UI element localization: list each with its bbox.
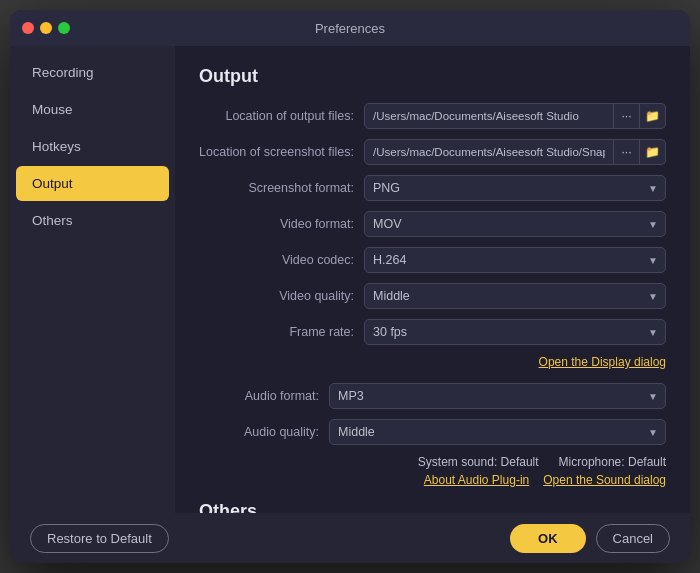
screenshot-location-folder-btn[interactable]: 📁 [640,139,666,165]
about-audio-plugin-link[interactable]: About Audio Plug-in [424,473,529,487]
frame-rate-select-wrap: 30 fps60 fps24 fps15 fps ▼ [364,319,666,345]
open-display-link-row: Open the Display dialog [199,355,666,369]
window-title: Preferences [315,21,385,36]
cancel-button[interactable]: Cancel [596,524,670,553]
video-quality-select[interactable]: HighMiddleLow [364,283,666,309]
screenshot-location-dots-btn[interactable]: ··· [614,139,640,165]
audio-links-row: About Audio Plug-in Open the Sound dialo… [199,473,666,487]
footer: Restore to Default OK Cancel [10,513,690,563]
others-section: Others Automatically check for updates [199,501,666,513]
screenshot-location-input-group: ··· 📁 [364,139,666,165]
audio-format-select[interactable]: MP3AACWAV [329,383,666,409]
video-codec-label: Video codec: [199,253,364,267]
open-display-dialog-link[interactable]: Open the Display dialog [539,355,666,369]
screenshot-format-select-wrap: PNGJPGBMP ▼ [364,175,666,201]
sidebar-item-others[interactable]: Others [16,203,169,238]
traffic-lights [22,22,70,34]
output-location-input[interactable] [364,103,614,129]
sidebar-item-hotkeys[interactable]: Hotkeys [16,129,169,164]
maximize-button[interactable] [58,22,70,34]
frame-rate-select[interactable]: 30 fps60 fps24 fps15 fps [364,319,666,345]
video-codec-row: Video codec: H.264H.265MPEG-4 ▼ [199,247,666,273]
output-location-input-group: ··· 📁 [364,103,666,129]
video-codec-select[interactable]: H.264H.265MPEG-4 [364,247,666,273]
screenshot-format-row: Screenshot format: PNGJPGBMP ▼ [199,175,666,201]
audio-section: Audio format: MP3AACWAV ▼ Audio quality:… [199,383,666,487]
close-button[interactable] [22,22,34,34]
screenshot-location-input[interactable] [364,139,614,165]
output-location-label: Location of output files: [199,109,364,123]
microphone-label: Microphone: Default [559,455,666,469]
microphone-value: Default [628,455,666,469]
video-format-row: Video format: MOVMP4AVIMKV ▼ [199,211,666,237]
sidebar-item-recording[interactable]: Recording [16,55,169,90]
footer-right-buttons: OK Cancel [510,524,670,553]
frame-rate-row: Frame rate: 30 fps60 fps24 fps15 fps ▼ [199,319,666,345]
video-quality-row: Video quality: HighMiddleLow ▼ [199,283,666,309]
video-format-label: Video format: [199,217,364,231]
ok-button[interactable]: OK [510,524,586,553]
sidebar-item-mouse[interactable]: Mouse [16,92,169,127]
video-quality-select-wrap: HighMiddleLow ▼ [364,283,666,309]
system-sound-value: Default [501,455,539,469]
output-section-title: Output [199,66,666,87]
system-sound-info-row: System sound: Default Microphone: Defaul… [199,455,666,469]
screenshot-format-label: Screenshot format: [199,181,364,195]
sidebar-item-output[interactable]: Output [16,166,169,201]
frame-rate-label: Frame rate: [199,325,364,339]
restore-default-button[interactable]: Restore to Default [30,524,169,553]
window-body: Recording Mouse Hotkeys Output Others Ou… [10,46,690,513]
audio-quality-label: Audio quality: [199,425,329,439]
minimize-button[interactable] [40,22,52,34]
preferences-window: Preferences Recording Mouse Hotkeys Outp… [10,10,690,563]
audio-quality-select[interactable]: HighMiddleLow [329,419,666,445]
output-location-row: Location of output files: ··· 📁 [199,103,666,129]
audio-quality-select-wrap: HighMiddleLow ▼ [329,419,666,445]
video-format-select-wrap: MOVMP4AVIMKV ▼ [364,211,666,237]
output-location-dots-btn[interactable]: ··· [614,103,640,129]
others-section-title: Others [199,501,666,513]
audio-quality-row: Audio quality: HighMiddleLow ▼ [199,419,666,445]
screenshot-location-row: Location of screenshot files: ··· 📁 [199,139,666,165]
open-sound-dialog-link[interactable]: Open the Sound dialog [543,473,666,487]
audio-format-row: Audio format: MP3AACWAV ▼ [199,383,666,409]
audio-format-select-wrap: MP3AACWAV ▼ [329,383,666,409]
titlebar: Preferences [10,10,690,46]
screenshot-format-select[interactable]: PNGJPGBMP [364,175,666,201]
output-location-folder-btn[interactable]: 📁 [640,103,666,129]
main-content: Output Location of output files: ··· 📁 L… [175,46,690,513]
system-sound-label: System sound: Default [418,455,539,469]
audio-format-label: Audio format: [199,389,329,403]
screenshot-location-label: Location of screenshot files: [199,145,364,159]
video-quality-label: Video quality: [199,289,364,303]
sidebar: Recording Mouse Hotkeys Output Others [10,46,175,513]
video-format-select[interactable]: MOVMP4AVIMKV [364,211,666,237]
video-codec-select-wrap: H.264H.265MPEG-4 ▼ [364,247,666,273]
